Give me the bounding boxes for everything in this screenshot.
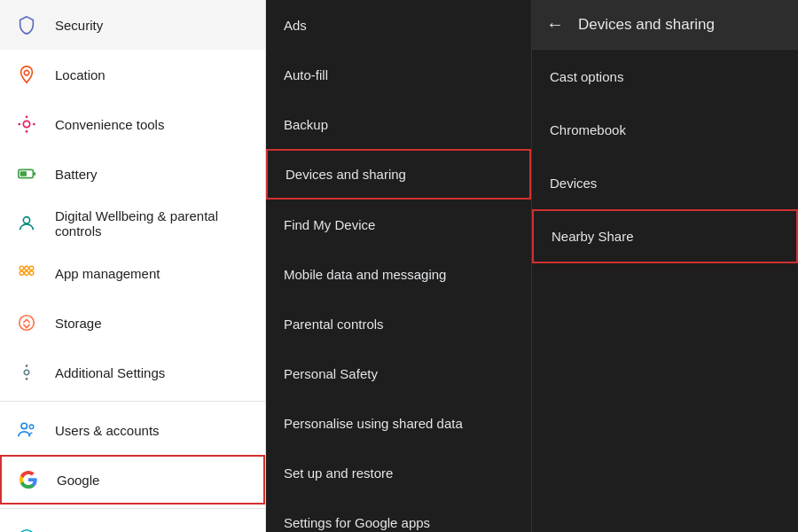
mid-item-ads[interactable]: Ads [266, 0, 531, 50]
svg-point-4 [18, 123, 20, 126]
nav-item-label-convenience: Convenience tools [55, 117, 164, 132]
nav-item-google[interactable]: Google [0, 455, 265, 505]
mid-item-find-device[interactable]: Find My Device [266, 200, 531, 249]
mid-item-mobile-data[interactable]: Mobile data and messaging [266, 249, 531, 299]
svg-point-5 [33, 123, 35, 126]
mid-item-label-parental: Parental controls [284, 317, 384, 332]
google-icon [16, 467, 41, 492]
mid-item-label-autofill: Auto-fill [284, 67, 328, 82]
software-icon [14, 525, 39, 532]
nav-item-label-location: Location [55, 67, 106, 82]
nav-item-label-additional: Additional Settings [55, 365, 165, 380]
svg-point-18 [26, 364, 28, 367]
nav-item-location[interactable]: Location [0, 50, 265, 99]
right-detail-panel: ←Devices and sharingCast optionsChromebo… [532, 0, 798, 532]
mid-item-personal-safety[interactable]: Personal Safety [266, 348, 531, 398]
location-icon [14, 62, 39, 87]
svg-point-2 [26, 115, 28, 118]
mid-item-setup[interactable]: Set up and restore [266, 448, 531, 497]
nav-item-label-digital: Digital Wellbeing & parental controls [55, 208, 251, 239]
right-item-label-nearby: Nearby Share [552, 229, 634, 244]
right-item-cast[interactable]: Cast options [532, 50, 798, 103]
battery-icon [14, 161, 39, 186]
nav-item-additional[interactable]: Additional Settings [0, 348, 265, 397]
svg-point-15 [29, 271, 34, 276]
app-icon [14, 261, 39, 286]
back-arrow-icon[interactable]: ← [546, 14, 564, 35]
mid-item-label-personal-safety: Personal Safety [284, 366, 378, 381]
svg-point-20 [21, 423, 27, 428]
nav-item-app[interactable]: App management [0, 248, 265, 298]
right-item-nearby[interactable]: Nearby Share [532, 209, 798, 263]
nav-item-label-storage: Storage [55, 316, 102, 331]
mid-item-settings-google[interactable]: Settings for Google apps [266, 497, 531, 532]
shield-icon [14, 12, 39, 37]
svg-point-12 [29, 266, 34, 270]
mid-item-label-ads: Ads [284, 18, 307, 33]
mid-item-label-devices-sharing: Devices and sharing [286, 167, 406, 182]
middle-nav-panel: AdsAuto-fillBackupDevices and sharingFin… [266, 0, 532, 532]
mid-item-devices-sharing[interactable]: Devices and sharing [266, 149, 531, 200]
nav-item-label-google: Google [57, 473, 99, 488]
storage-icon [14, 310, 39, 335]
mid-item-backup[interactable]: Backup [266, 99, 531, 149]
nav-item-security[interactable]: Security [0, 0, 265, 50]
mid-item-label-backup: Backup [284, 117, 328, 132]
nav-item-digital[interactable]: Digital Wellbeing & parental controls [0, 199, 265, 248]
right-item-devices[interactable]: Devices [532, 156, 798, 209]
mid-item-parental[interactable]: Parental controls [266, 299, 531, 348]
left-nav-panel: Security Location Convenience tools Batt… [0, 0, 266, 532]
svg-point-14 [25, 271, 29, 276]
svg-point-11 [25, 266, 29, 270]
nav-item-label-battery: Battery [55, 167, 98, 182]
right-item-label-chromebook: Chromebook [550, 122, 626, 137]
svg-point-17 [24, 370, 29, 375]
mid-item-personalise[interactable]: Personalise using shared data [266, 398, 531, 448]
nav-item-software[interactable]: Software update [0, 512, 265, 532]
users-icon [14, 418, 39, 442]
nav-item-label-users: Users & accounts [55, 423, 160, 438]
nav-item-convenience[interactable]: Convenience tools [0, 99, 265, 149]
nav-item-storage[interactable]: Storage [0, 298, 265, 348]
mid-item-label-find-device: Find My Device [284, 217, 375, 232]
digital-icon [14, 211, 39, 236]
svg-point-9 [23, 217, 29, 223]
right-panel-header: ←Devices and sharing [532, 0, 798, 50]
mid-item-label-setup: Set up and restore [284, 466, 393, 481]
right-item-label-cast: Cast options [550, 69, 623, 84]
mid-item-label-settings-google: Settings for Google apps [284, 515, 430, 530]
svg-point-19 [26, 378, 28, 380]
svg-point-1 [23, 121, 29, 127]
svg-point-10 [20, 266, 24, 270]
nav-item-label-app: App management [55, 266, 160, 281]
svg-point-0 [24, 70, 29, 75]
nav-item-label-security: Security [55, 18, 103, 33]
nav-divider [0, 401, 265, 402]
mid-item-autofill[interactable]: Auto-fill [266, 50, 531, 99]
right-panel-title: Devices and sharing [578, 16, 715, 34]
mid-item-label-personalise: Personalise using shared data [284, 416, 463, 431]
svg-point-13 [20, 271, 24, 276]
right-item-chromebook[interactable]: Chromebook [532, 103, 798, 156]
svg-rect-8 [20, 171, 27, 176]
nav-item-battery[interactable]: Battery [0, 149, 265, 199]
nav-item-users[interactable]: Users & accounts [0, 405, 265, 455]
mid-item-label-mobile-data: Mobile data and messaging [284, 267, 446, 282]
nav-divider [0, 508, 265, 509]
svg-point-3 [26, 130, 28, 133]
convenience-icon [14, 112, 39, 137]
svg-point-21 [29, 425, 34, 429]
right-item-label-devices: Devices [550, 176, 597, 191]
svg-rect-7 [33, 172, 35, 176]
additional-icon [14, 360, 39, 385]
